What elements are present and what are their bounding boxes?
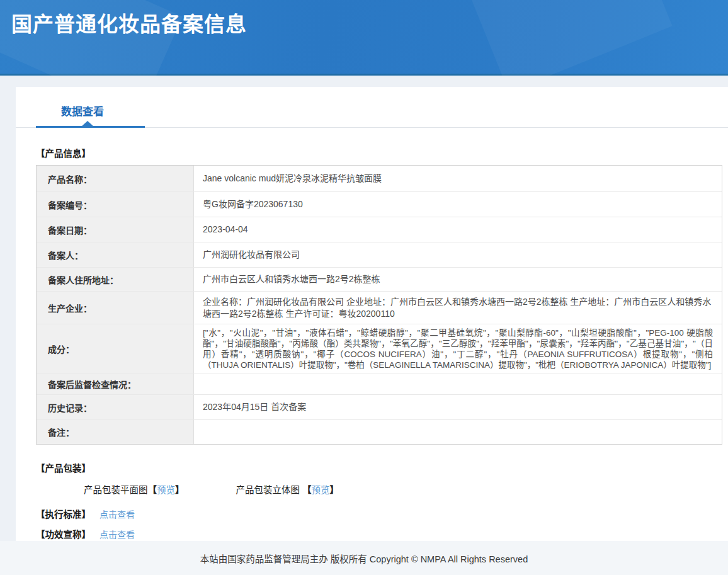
product-info-table: 产品名称： Jane volcanic mud妍泥冷泉冰泥精华抗皱面膜 备案编号… bbox=[36, 165, 722, 445]
table-row-manufacturer: 生产企业： 企业名称：广州润研化妆品有限公司 企业地址：广州市白云区人和镇秀水塘… bbox=[37, 292, 722, 324]
row-label: 备案编号： bbox=[37, 192, 194, 217]
section-heading-product-packaging: 【产品包装】 bbox=[36, 461, 728, 474]
table-row-product-name: 产品名称： Jane volcanic mud妍泥冷泉冰泥精华抗皱面膜 bbox=[37, 166, 722, 192]
table-row-record-date: 备案日期： 2023-04-04 bbox=[37, 217, 722, 242]
table-row-remarks: 备注： bbox=[37, 420, 722, 444]
row-value: 粤G妆网备字2023067130 bbox=[194, 192, 722, 217]
row-label: 成分： bbox=[37, 324, 194, 373]
packaging-flat-item: 产品包装平面图【预览】 bbox=[84, 485, 187, 495]
bracket-open: 【 bbox=[302, 485, 312, 495]
row-value: 企业名称：广州润研化妆品有限公司 企业地址：广州市白云区人和镇秀水塘西一路2号2… bbox=[194, 292, 722, 324]
view-link-standards[interactable]: 点击查看 bbox=[100, 510, 135, 520]
tab-bar: 数据查看 bbox=[16, 87, 728, 128]
bracket-close: 】 bbox=[175, 485, 185, 495]
packaging-stereo-item: 产品包装立体图 【预览】 bbox=[236, 485, 339, 495]
row-value: 2023年04月15日 首次备案 bbox=[194, 395, 722, 419]
row-label: 备注： bbox=[37, 420, 194, 444]
tab-data-view[interactable]: 数据查看 bbox=[61, 103, 104, 118]
section-heading-efficacy: 【功效宣称】 bbox=[36, 530, 91, 540]
row-label: 备案日期： bbox=[37, 217, 194, 242]
preview-link-flat[interactable]: 预览 bbox=[157, 485, 175, 495]
bracket-close: 】 bbox=[330, 485, 339, 495]
packaging-flat-label: 产品包装平面图 bbox=[84, 485, 148, 495]
row-value: 广州市白云区人和镇秀水塘西一路2号2栋整栋 bbox=[194, 268, 722, 291]
content-card: 数据查看 【产品信息】 产品名称： Jane volcanic mud妍泥冷泉冰… bbox=[16, 87, 728, 541]
row-label: 产品名称： bbox=[37, 166, 194, 191]
packaging-links-row: 产品包装平面图【预览】 产品包装立体图 【预览】 bbox=[84, 482, 728, 496]
view-link-efficacy[interactable]: 点击查看 bbox=[100, 530, 135, 540]
row-value: 2023-04-04 bbox=[194, 217, 722, 242]
row-label: 生产企业： bbox=[37, 292, 194, 324]
preview-link-stereo[interactable]: 预览 bbox=[312, 485, 330, 495]
packaging-stereo-label: 产品包装立体图 bbox=[236, 485, 303, 495]
row-label: 备案后监督检查情况： bbox=[37, 373, 194, 394]
footer-text: 本站由国家药品监督管理局主办 版权所有 Copyright © NMPA All… bbox=[200, 554, 528, 564]
page-title: 国产普通化妆品备案信息 bbox=[0, 0, 728, 38]
table-row-supervision: 备案后监督检查情况： bbox=[37, 373, 722, 395]
efficacy-section: 【功效宣称】点击查看 bbox=[36, 527, 728, 540]
table-row-history: 历史记录： 2023年04月15日 首次备案 bbox=[37, 395, 722, 420]
row-value: 广州润研化妆品有限公司 bbox=[194, 242, 722, 267]
table-row-registrant: 备案人： 广州润研化妆品有限公司 bbox=[37, 242, 722, 268]
row-label: 备案人： bbox=[37, 242, 194, 267]
tab-caret-icon bbox=[81, 121, 94, 127]
row-label: 备案人住所地址： bbox=[37, 268, 194, 291]
row-value: ["水"，"火山泥"，"甘油"，"液体石蜡"，"鲸蜡硬脂醇"，"聚二甲基硅氧烷"… bbox=[194, 324, 722, 373]
row-value bbox=[194, 373, 722, 394]
page-header: 国产普通化妆品备案信息 bbox=[0, 0, 728, 76]
table-row-registrant-address: 备案人住所地址： 广州市白云区人和镇秀水塘西一路2号2栋整栋 bbox=[37, 268, 722, 292]
standards-section: 【执行标准】点击查看 bbox=[36, 507, 728, 520]
section-heading-product-info: 【产品信息】 bbox=[36, 146, 728, 159]
row-label: 历史记录： bbox=[37, 395, 194, 419]
table-row-ingredients: 成分： ["水"，"火山泥"，"甘油"，"液体石蜡"，"鲸蜡硬脂醇"，"聚二甲基… bbox=[37, 324, 722, 373]
table-row-record-number: 备案编号： 粤G妆网备字2023067130 bbox=[37, 192, 722, 217]
row-value: Jane volcanic mud妍泥冷泉冰泥精华抗皱面膜 bbox=[194, 166, 722, 191]
page-footer: 本站由国家药品监督管理局主办 版权所有 Copyright © NMPA All… bbox=[0, 541, 728, 575]
section-heading-standards: 【执行标准】 bbox=[36, 510, 91, 520]
bracket-open: 【 bbox=[148, 485, 157, 495]
row-value bbox=[194, 420, 722, 444]
